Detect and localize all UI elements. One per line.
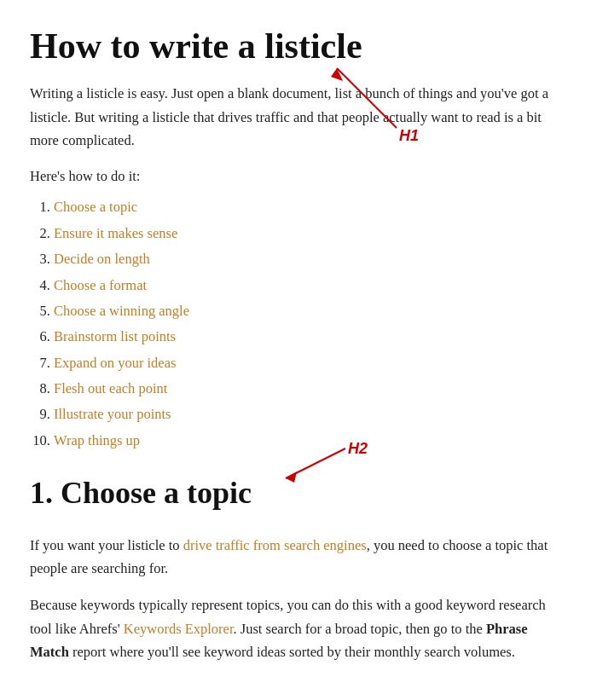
section-p2-post: . Just search for a broad topic, then go… — [234, 621, 486, 637]
heres-how-text: Here's how to do it: — [30, 165, 567, 188]
list-link-8[interactable]: Flesh out each point — [54, 380, 167, 396]
section-p1-pre: If you want your listicle to — [30, 537, 183, 553]
list-link-2[interactable]: Ensure it makes sense — [54, 225, 177, 241]
list-link-5[interactable]: Choose a winning angle — [54, 303, 189, 319]
list-item: Brainstorm list points — [54, 326, 567, 348]
list-link-7[interactable]: Expand on your ideas — [54, 355, 176, 371]
list-link-6[interactable]: Brainstorm list points — [54, 328, 176, 344]
list-link-1[interactable]: Choose a topic — [54, 199, 137, 215]
list-link-3[interactable]: Decide on length — [54, 251, 150, 267]
intro-paragraph: Writing a listicle is easy. Just open a … — [30, 82, 567, 152]
list-link-9[interactable]: Illustrate your points — [54, 406, 171, 422]
list-item: Expand on your ideas — [54, 352, 567, 374]
section-paragraph-1: If you want your listicle to drive traff… — [30, 534, 567, 580]
section-paragraph-2: Because keywords typically represent top… — [30, 593, 567, 663]
page-title: How to write a listicle — [30, 26, 567, 67]
section-heading: 1. Choose a topic — [30, 469, 567, 518]
section-p2-end: report where you'll see keyword ideas so… — [69, 644, 515, 660]
list-item: Choose a winning angle — [54, 300, 567, 322]
list-link-4[interactable]: Choose a format — [54, 277, 147, 293]
list-item: Choose a format — [54, 275, 567, 297]
section-p1-link[interactable]: drive traffic from search engines — [183, 537, 367, 553]
list-item: Ensure it makes sense — [54, 223, 567, 245]
list-item: Choose a topic — [54, 196, 567, 218]
list-item: Wrap things up — [54, 430, 567, 452]
svg-marker-1 — [331, 68, 343, 81]
section-p2-link[interactable]: Keywords Explorer — [124, 621, 234, 637]
list-item: Flesh out each point — [54, 378, 567, 400]
list-link-10[interactable]: Wrap things up — [54, 432, 140, 448]
steps-list: Choose a topic Ensure it makes sense Dec… — [54, 196, 567, 452]
list-item: Decide on length — [54, 248, 567, 270]
list-item: Illustrate your points — [54, 403, 567, 425]
